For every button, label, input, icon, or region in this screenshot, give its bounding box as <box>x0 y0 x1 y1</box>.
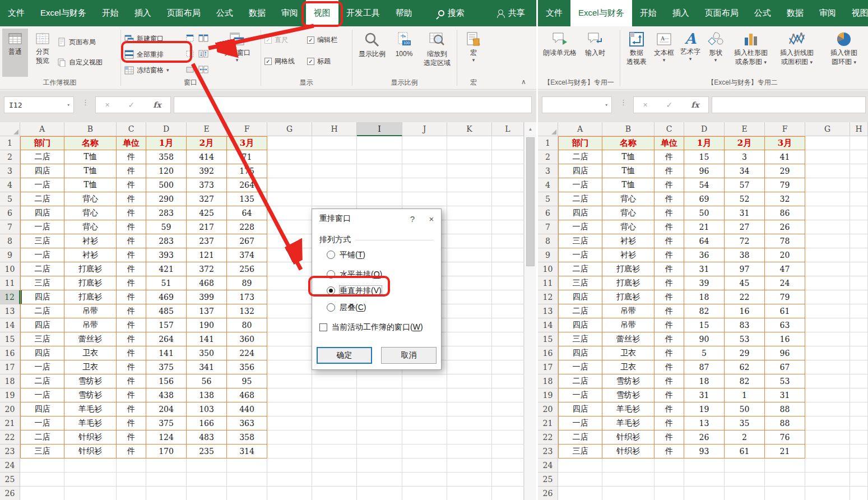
cell-B7[interactable]: 背心 <box>64 220 117 234</box>
cell-L12[interactable] <box>492 290 524 304</box>
row-header-19[interactable]: 19 <box>538 388 558 402</box>
cell-F13[interactable]: 132 <box>227 304 267 318</box>
cell-D22[interactable]: 124 <box>146 430 187 445</box>
cell-F20[interactable]: 88 <box>765 402 805 416</box>
cell-D9[interactable]: 393 <box>146 248 187 262</box>
cell-G25[interactable] <box>805 473 850 487</box>
cell-B16[interactable]: 卫衣 <box>64 346 117 360</box>
tab-开发工具[interactable]: 开发工具 <box>338 0 388 26</box>
insert-line-chart-button[interactable]: 插入折线图 或面积图 ▾ <box>774 29 819 80</box>
cell-A1[interactable]: 部门 <box>20 136 64 150</box>
cell-H26[interactable] <box>850 487 868 500</box>
cell-B3[interactable]: T恤 <box>602 164 655 178</box>
cell-E8[interactable]: 237 <box>187 234 227 248</box>
cell-K25[interactable] <box>447 473 492 487</box>
cell-F4[interactable]: 79 <box>765 178 805 192</box>
cell-E26[interactable] <box>725 487 765 500</box>
cell-A8[interactable]: 三店 <box>20 234 64 248</box>
cell-B8[interactable]: 衬衫 <box>602 234 655 248</box>
cell-E3[interactable]: 34 <box>725 164 765 178</box>
tab-公式[interactable]: 公式 <box>208 0 241 26</box>
cell-D21[interactable]: 13 <box>684 416 725 430</box>
column-header-H[interactable]: H <box>312 122 357 136</box>
cell-A3[interactable]: 四店 <box>558 164 602 178</box>
cell-J25[interactable] <box>402 473 447 487</box>
cell-G7[interactable] <box>805 220 850 234</box>
cell-E7[interactable]: 27 <box>725 220 765 234</box>
cell-G4[interactable] <box>267 178 312 192</box>
cell-H10[interactable] <box>850 262 868 276</box>
cell-C16[interactable]: 件 <box>117 346 146 360</box>
cell-H23[interactable] <box>850 445 868 459</box>
cell-K13[interactable] <box>447 304 492 318</box>
name-box-splitter-icon[interactable]: ⋮ <box>82 98 89 107</box>
cell-B3[interactable]: T恤 <box>64 164 117 178</box>
radio-vertical[interactable]: 垂直并排(V) <box>327 285 382 297</box>
cell-D1[interactable]: 1月 <box>146 136 187 150</box>
cell-K5[interactable] <box>447 192 492 206</box>
cell-F23[interactable]: 21 <box>765 445 805 459</box>
cell-C2[interactable]: 件 <box>117 150 146 164</box>
row-header-16[interactable]: 16 <box>0 346 20 360</box>
cell-F26[interactable] <box>765 487 805 500</box>
row-header-4[interactable]: 4 <box>0 178 20 192</box>
read-cells-button[interactable]: 朗读单元格 <box>541 29 578 80</box>
cell-L3[interactable] <box>492 164 524 178</box>
cell-G6[interactable] <box>805 206 850 220</box>
cell-G22[interactable] <box>267 430 312 445</box>
cell-B6[interactable]: 背心 <box>602 206 655 220</box>
cell-A10[interactable]: 二店 <box>558 262 602 276</box>
cell-D20[interactable]: 204 <box>146 402 187 416</box>
cell-L24[interactable] <box>492 459 524 473</box>
cell-A4[interactable]: 一店 <box>20 178 64 192</box>
cell-E13[interactable]: 16 <box>725 304 765 318</box>
tab-插入[interactable]: 插入 <box>127 0 159 26</box>
cell-E14[interactable]: 83 <box>725 318 765 332</box>
cell-J18[interactable] <box>402 374 447 388</box>
cell-E15[interactable]: 53 <box>725 332 765 346</box>
cell-A24[interactable] <box>558 459 602 473</box>
cell-A17[interactable]: 一店 <box>558 360 602 374</box>
tab-数据[interactable]: 数据 <box>241 0 273 26</box>
row-header-5[interactable]: 5 <box>0 192 20 206</box>
cell-J19[interactable] <box>402 388 447 402</box>
cell-G12[interactable] <box>267 290 312 304</box>
text-box-button[interactable]: A 文本框 ▾ <box>651 29 677 80</box>
cell-B2[interactable]: T恤 <box>64 150 117 164</box>
cell-E25[interactable] <box>187 473 227 487</box>
cell-E1[interactable]: 2月 <box>725 136 765 150</box>
cell-B5[interactable]: 背心 <box>64 192 117 206</box>
new-window-button[interactable]: 新建窗口 <box>124 32 164 45</box>
cell-E13[interactable]: 137 <box>187 304 227 318</box>
cell-D24[interactable] <box>146 459 187 473</box>
cancel-entry-icon[interactable]: × <box>643 100 647 109</box>
headings-checkbox[interactable]: ✓ 标题 <box>307 57 331 66</box>
cell-C13[interactable]: 件 <box>655 304 684 318</box>
cell-G4[interactable] <box>805 178 850 192</box>
cell-F11[interactable]: 89 <box>227 276 267 290</box>
column-header-A[interactable]: A <box>20 122 64 136</box>
cell-L18[interactable] <box>492 374 524 388</box>
cell-A16[interactable]: 四店 <box>20 346 64 360</box>
cell-A18[interactable]: 二店 <box>20 374 64 388</box>
cell-D26[interactable] <box>684 487 725 500</box>
cell-G16[interactable] <box>267 346 312 360</box>
cell-G17[interactable] <box>805 360 850 374</box>
cell-H9[interactable] <box>850 248 868 262</box>
cell-H6[interactable] <box>850 206 868 220</box>
row-header-24[interactable]: 24 <box>0 459 20 473</box>
cell-L22[interactable] <box>492 430 524 445</box>
cell-D5[interactable]: 69 <box>684 192 725 206</box>
cell-L7[interactable] <box>492 220 524 234</box>
cell-C25[interactable] <box>117 473 146 487</box>
cell-E2[interactable]: 3 <box>725 150 765 164</box>
cell-D7[interactable]: 59 <box>146 220 187 234</box>
cell-E5[interactable]: 52 <box>725 192 765 206</box>
name-box-splitter-icon[interactable]: ⋮ <box>620 98 627 107</box>
cell-E18[interactable]: 56 <box>187 374 227 388</box>
cell-H21[interactable] <box>312 416 357 430</box>
cell-F9[interactable]: 374 <box>227 248 267 262</box>
cell-E24[interactable] <box>187 459 227 473</box>
cell-J22[interactable] <box>402 430 447 445</box>
tab-开始[interactable]: 开始 <box>94 0 127 26</box>
